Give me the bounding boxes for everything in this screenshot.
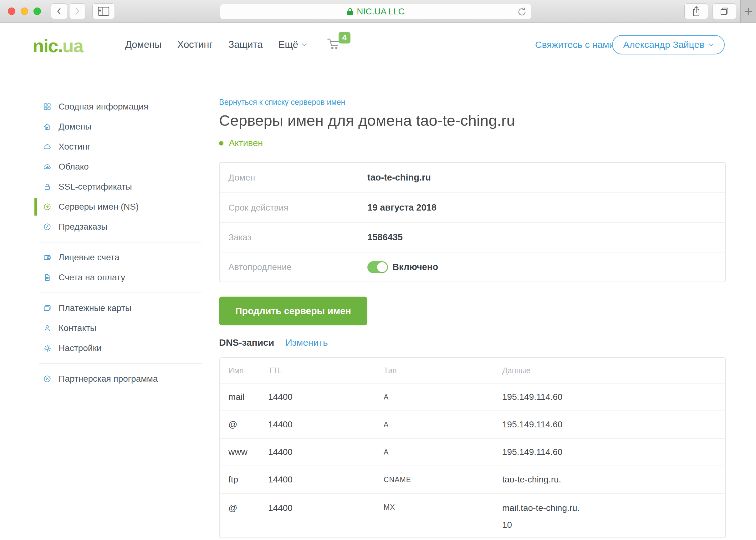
sidebar-item-partner-program[interactable]: Партнерская программа	[34, 369, 202, 389]
sidebar-divider	[39, 293, 202, 293]
nav-item-domains[interactable]: Домены	[125, 39, 162, 50]
site-header: nic.ua Домены Хостинг Защита Ещё 4 Свяжи…	[0, 23, 756, 66]
address-bar[interactable]: NIC.UA LLC	[220, 4, 531, 19]
dns-record-row: www 14400 A 195.149.114.60	[220, 438, 725, 466]
record-type: CNAME	[383, 475, 502, 484]
record-data-priority: 10	[502, 520, 725, 530]
window-controls	[8, 8, 41, 15]
address-text: NIC.UA LLC	[357, 7, 404, 17]
record-data-host: mail.tao-te-ching.ru.	[502, 503, 725, 513]
sidebar-icon	[97, 6, 110, 17]
record-data: 195.149.114.60	[502, 447, 725, 457]
col-header-ttl: TTL	[268, 366, 383, 375]
back-to-list-link[interactable]: Вернуться к списку серверов имен	[219, 98, 345, 107]
page-title: Серверы имен для домена tao-te-ching.ru	[219, 112, 726, 129]
sidebar-item-payment-cards[interactable]: Платежные карты	[34, 298, 202, 318]
logo-text-secondary: ua	[62, 35, 83, 56]
sidebar-item-preorders[interactable]: Предзаказы	[34, 217, 202, 237]
dns-records-table: Имя TTL Тип Данные mail 14400 A 195.149.…	[219, 357, 726, 538]
info-label: Срок действия	[220, 203, 368, 213]
wallet-icon	[43, 253, 51, 262]
forward-button[interactable]	[69, 3, 85, 19]
record-name: mail	[228, 392, 268, 402]
sidebar-item-cloud[interactable]: Облако	[34, 157, 202, 177]
info-row-expiry: Срок действия 19 августа 2018	[220, 193, 725, 222]
nav-item-more[interactable]: Ещё	[278, 39, 306, 50]
invoice-icon	[43, 273, 51, 282]
minimize-window-button[interactable]	[21, 8, 28, 15]
share-button[interactable]	[684, 3, 708, 19]
sidebar-item-contacts[interactable]: Контакты	[34, 318, 202, 338]
sidebar-item-settings[interactable]: Настройки	[34, 338, 202, 358]
sidebar-item-invoices[interactable]: Счета на оплату	[34, 267, 202, 288]
record-ttl: 14400	[268, 392, 383, 402]
record-ttl: 14400	[268, 474, 383, 484]
nic-ua-logo[interactable]: nic.ua	[33, 35, 83, 57]
record-data: 195.149.114.60	[502, 420, 725, 430]
close-window-button[interactable]	[8, 8, 15, 15]
toggle-knob	[377, 262, 387, 272]
domain-info-card: Домен tao-te-ching.ru Срок действия 19 а…	[219, 162, 726, 282]
home-icon	[43, 123, 51, 131]
order-value: 1586435	[368, 232, 403, 242]
record-ttl: 14400	[268, 503, 383, 513]
dns-record-row: @ 14400 MX mail.tao-te-ching.ru. 10	[220, 493, 725, 537]
renew-name-servers-button[interactable]: Продлить серверы имен	[219, 297, 368, 326]
user-menu-button[interactable]: Александр Зайцев	[612, 35, 725, 55]
info-label: Домен	[220, 173, 368, 183]
status-text: Активен	[229, 138, 263, 148]
refresh-button[interactable]	[517, 7, 527, 17]
browser-toolbar: NIC.UA LLC +	[0, 0, 756, 23]
tabs-icon	[719, 6, 730, 17]
main-nav: Домены Хостинг Защита Ещё	[125, 23, 307, 66]
sidebar-item-summary[interactable]: Сводная информация	[34, 97, 202, 117]
user-name: Александр Зайцев	[623, 40, 704, 50]
lock-icon	[347, 7, 354, 16]
sidebar-divider	[39, 363, 202, 364]
dns-table-header: Имя TTL Тип Данные	[220, 358, 725, 383]
dns-records-heading: DNS-записи	[219, 337, 274, 348]
record-name: @	[228, 503, 268, 513]
info-row-domain: Домен tao-te-ching.ru	[220, 163, 725, 193]
lock-icon	[43, 183, 51, 191]
status-row: Активен	[219, 138, 726, 148]
cloud-icon	[43, 143, 51, 151]
record-data: 195.149.114.60	[502, 392, 725, 402]
clock-icon	[43, 223, 51, 231]
record-data: tao-te-ching.ru.	[502, 474, 725, 484]
back-button[interactable]	[51, 3, 67, 19]
record-name: ftp	[228, 474, 268, 484]
sidebar-toggle-button[interactable]	[92, 3, 115, 19]
new-tab-button[interactable]: +	[740, 0, 756, 23]
cart-button[interactable]: 4	[326, 36, 342, 51]
refresh-icon	[517, 7, 527, 17]
record-name: www	[228, 447, 268, 457]
cart-count-badge: 4	[339, 32, 351, 44]
percent-icon	[43, 375, 51, 383]
autorenew-state-text: Включено	[392, 262, 438, 272]
sidebar-item-ssl[interactable]: SSL-сертификаты	[34, 177, 202, 197]
record-data: mail.tao-te-ching.ru. 10	[502, 503, 725, 530]
sidebar-item-name-servers[interactable]: Серверы имен (NS)	[34, 197, 202, 217]
dns-edit-link[interactable]: Изменить	[285, 337, 328, 348]
new-tab-label: +	[744, 3, 753, 19]
autorenew-toggle[interactable]	[368, 261, 388, 273]
status-dot	[219, 141, 224, 146]
record-ttl: 14400	[268, 447, 383, 457]
dns-section-header: DNS-записи Изменить	[219, 337, 726, 348]
sidebar-item-accounts[interactable]: Лицевые счета	[34, 247, 202, 267]
record-type: A	[383, 421, 502, 429]
expiry-value: 19 августа 2018	[368, 202, 436, 213]
chevron-right-icon	[73, 7, 81, 15]
contact-us-link[interactable]: Свяжитесь с нами	[535, 40, 614, 50]
nav-item-protection[interactable]: Защита	[228, 39, 263, 50]
record-type: A	[383, 393, 502, 401]
share-icon	[691, 5, 701, 17]
nav-item-hosting[interactable]: Хостинг	[177, 39, 213, 50]
col-header-name: Имя	[228, 366, 268, 375]
sidebar-item-domains[interactable]: Домены	[34, 117, 202, 137]
tabs-overview-button[interactable]	[712, 3, 736, 19]
sidebar-item-hosting[interactable]: Хостинг	[34, 137, 202, 157]
dns-record-row: mail 14400 A 195.149.114.60	[220, 383, 725, 410]
zoom-window-button[interactable]	[34, 8, 41, 15]
